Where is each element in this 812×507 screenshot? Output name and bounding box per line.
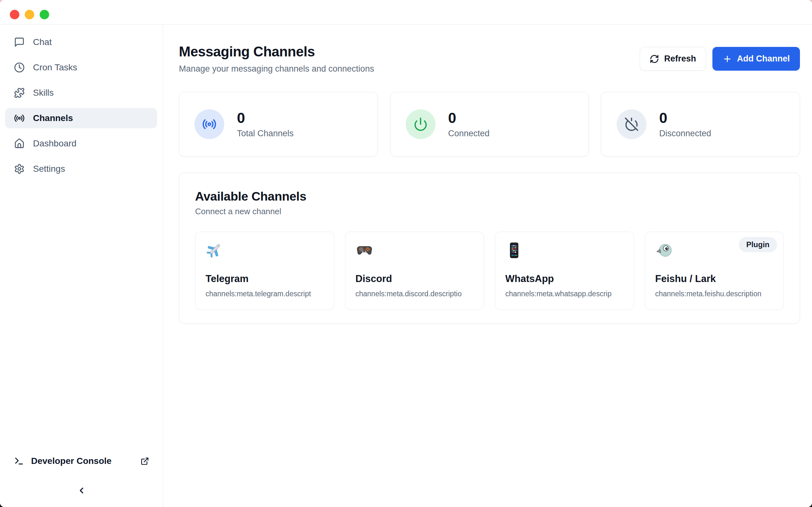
sidebar-item-label: Chat bbox=[33, 37, 52, 47]
app-window: Chat Cron Tasks Skills Channels bbox=[0, 0, 812, 507]
channel-name: Telegram bbox=[206, 273, 324, 285]
terminal-icon bbox=[14, 456, 24, 466]
channel-name: Feishu / Lark bbox=[655, 273, 774, 285]
sidebar-item-label: Skills bbox=[33, 88, 54, 98]
channel-description: channels:meta.feishu.description bbox=[655, 290, 774, 298]
stat-text: 0 Total Channels bbox=[237, 110, 294, 138]
power-icon bbox=[406, 109, 436, 139]
channel-grid: Telegram channels:meta.telegram.descript… bbox=[195, 232, 784, 310]
channel-card-feishu[interactable]: Plugin Feishu / Lark channels:meta.feish… bbox=[645, 232, 784, 310]
sidebar-item-label: Cron Tasks bbox=[33, 62, 78, 72]
maximize-window-button[interactable] bbox=[40, 10, 49, 19]
channel-description: channels:meta.discord.descriptio bbox=[356, 290, 474, 298]
stat-card-disconnected: 0 Disconnected bbox=[601, 92, 800, 157]
radio-icon bbox=[194, 109, 224, 139]
channel-description: channels:meta.whatsapp.descrip bbox=[505, 290, 623, 298]
chat-bubble-icon bbox=[14, 37, 25, 48]
available-channels-title: Available Channels bbox=[195, 189, 784, 204]
channel-card-discord[interactable]: Discord channels:meta.discord.descriptio bbox=[345, 232, 484, 310]
stat-card-total-channels: 0 Total Channels bbox=[179, 92, 378, 157]
radio-icon bbox=[14, 113, 25, 124]
add-channel-button[interactable]: Add Channel bbox=[712, 47, 800, 71]
channel-name: WhatsApp bbox=[505, 273, 623, 285]
power-off-icon bbox=[617, 109, 647, 139]
clock-icon bbox=[14, 62, 25, 73]
page-title: Messaging Channels bbox=[179, 44, 374, 60]
sidebar-item-label: Settings bbox=[33, 164, 65, 174]
stat-label: Connected bbox=[448, 129, 490, 138]
channel-card-whatsapp[interactable]: WhatsApp channels:meta.whatsapp.descrip bbox=[495, 232, 634, 310]
plus-icon bbox=[722, 54, 732, 64]
sidebar-item-label: Dashboard bbox=[33, 138, 77, 149]
airplane-emoji bbox=[206, 241, 223, 259]
sidebar-item-label: Channels bbox=[33, 113, 73, 123]
traffic-lights bbox=[10, 10, 49, 19]
window-titlebar bbox=[0, 0, 812, 25]
channel-description: channels:meta.telegram.descript bbox=[206, 290, 324, 298]
bird-emoji bbox=[655, 241, 673, 259]
developer-console-label: Developer Console bbox=[31, 456, 112, 466]
stat-value: 0 bbox=[448, 110, 490, 126]
stat-card-connected: 0 Connected bbox=[390, 92, 589, 157]
sidebar: Chat Cron Tasks Skills Channels bbox=[0, 25, 163, 507]
stat-value: 0 bbox=[659, 110, 711, 126]
sidebar-nav: Chat Cron Tasks Skills Channels bbox=[5, 32, 157, 179]
plugin-badge: Plugin bbox=[739, 237, 777, 252]
puzzle-icon bbox=[14, 88, 25, 98]
page-header: Messaging Channels Manage your messaging… bbox=[179, 44, 374, 74]
header-actions: Refresh Add Channel bbox=[640, 47, 800, 71]
channel-name: Discord bbox=[356, 273, 474, 285]
refresh-button[interactable]: Refresh bbox=[640, 47, 706, 71]
chevron-left-icon bbox=[77, 486, 86, 495]
stat-label: Total Channels bbox=[237, 129, 294, 138]
stat-text: 0 Disconnected bbox=[659, 110, 711, 138]
stats-row: 0 Total Channels 0 Connected 0 bbox=[179, 92, 800, 157]
refresh-label: Refresh bbox=[664, 54, 696, 64]
collapse-sidebar-button[interactable] bbox=[72, 483, 90, 498]
available-channels-panel: Available Channels Connect a new channel… bbox=[179, 173, 800, 324]
stat-value: 0 bbox=[237, 110, 294, 126]
mobile-phone-emoji bbox=[505, 241, 523, 259]
sidebar-item-cron-tasks[interactable]: Cron Tasks bbox=[5, 57, 157, 78]
main-content: Messaging Channels Manage your messaging… bbox=[163, 25, 812, 507]
stat-text: 0 Connected bbox=[448, 110, 490, 138]
home-icon bbox=[14, 138, 25, 149]
sidebar-item-channels[interactable]: Channels bbox=[5, 108, 157, 128]
developer-console-link[interactable]: Developer Console bbox=[0, 452, 163, 470]
sidebar-item-chat[interactable]: Chat bbox=[5, 32, 157, 52]
available-channels-subtitle: Connect a new channel bbox=[195, 207, 784, 216]
add-channel-label: Add Channel bbox=[737, 54, 790, 64]
minimize-window-button[interactable] bbox=[25, 10, 34, 19]
refresh-icon bbox=[650, 54, 659, 64]
page-subtitle: Manage your messaging channels and conne… bbox=[179, 64, 374, 74]
channel-card-telegram[interactable]: Telegram channels:meta.telegram.descript bbox=[195, 232, 334, 310]
close-window-button[interactable] bbox=[10, 10, 19, 19]
sidebar-item-skills[interactable]: Skills bbox=[5, 83, 157, 103]
gear-icon bbox=[14, 164, 25, 174]
stat-label: Disconnected bbox=[659, 129, 711, 138]
sidebar-item-settings[interactable]: Settings bbox=[5, 159, 157, 179]
game-controller-emoji bbox=[356, 241, 373, 259]
external-link-icon bbox=[141, 457, 149, 465]
sidebar-item-dashboard[interactable]: Dashboard bbox=[5, 133, 157, 154]
